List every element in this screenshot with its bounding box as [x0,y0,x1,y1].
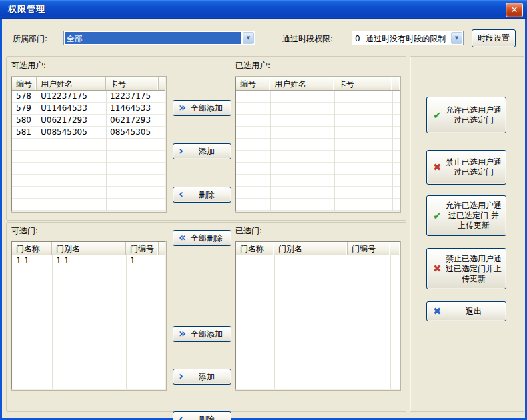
chevron-left-icon: ‹ [179,413,183,420]
exit-button[interactable]: ✖ 退出 [426,301,506,321]
available-users-table[interactable]: 编号用户姓名卡号578U1223717512237175579U11464533… [11,77,166,212]
table-cell: U08545305 [37,127,106,139]
users-remove-all-button[interactable]: « 全部删除 [173,230,231,246]
department-selected-value: 全部 [65,32,241,44]
table-cell: 1 [126,255,159,267]
column-gridline [348,255,348,389]
column-header[interactable]: 门编号 [348,242,390,255]
selected-users-table[interactable]: 编号用户姓名卡号 [235,77,400,212]
department-label: 所属部门: [13,33,47,45]
column-header[interactable]: 门编号 [126,242,159,255]
cross-icon: ✖ [433,264,442,274]
column-header[interactable]: 卡号 [106,77,159,90]
chevron-right-icon: › [179,371,183,382]
column-header[interactable]: 门别名 [52,242,126,255]
close-icon: ✕ [511,5,518,15]
column-gridline [126,255,127,389]
deny-users-label: 禁止已选用户通过已选定门 [446,157,502,177]
column-header[interactable]: 编号 [12,77,37,90]
table-row[interactable]: 579U1146453311464533 [12,103,165,115]
department-dropdown[interactable]: 全部 ▼ [63,31,255,45]
permission-manager-window: 权限管理 ✕ 所属部门: 全部 ▼ 通过时段权限: 0--通过时没有时段的限制 … [0,0,527,420]
period-settings-button[interactable]: 时段设置 [472,29,516,47]
chevron-down-icon: ▼ [247,35,250,41]
deny-users-through-doors-button[interactable]: ✖ 禁止已选用户通过已选定门 [426,150,506,185]
table-row[interactable]: 580U0621729306217293 [12,115,165,127]
column-header[interactable]: 卡号 [334,77,392,90]
title-bar: 权限管理 ✕ [0,0,527,19]
double-chevron-right-icon: » [179,102,186,113]
column-header-filler [159,242,165,255]
column-header-filler [390,242,400,255]
table-cell: 581 [12,127,37,139]
column-gridline [390,255,391,389]
column-header[interactable]: 编号 [236,77,270,90]
chevron-down-icon: ▼ [455,35,458,41]
allow-users-label: 允许已选用户通过已选定门 [446,105,502,125]
cross-icon: ✖ [433,163,442,173]
allow-users-upload-button[interactable]: ✔ 允许已选用户通过已选定门 并上传更新 [426,195,506,236]
table-body[interactable]: 1-11-11 [12,255,165,389]
period-settings-label: 时段设置 [478,33,510,44]
allow-users-upload-label: 允许已选用户通过已选定门 并上传更新 [446,201,502,231]
table-row[interactable]: 1-11-11 [12,255,165,267]
exit-label: 退出 [466,307,482,317]
column-header[interactable]: 门别名 [274,242,348,255]
table-cell: 11464533 [106,103,159,115]
table-row[interactable]: 581U0854530508545305 [12,127,165,139]
selected-doors-table[interactable]: 门名称门别名门编号 [235,241,400,390]
table-header-row: 编号用户姓名卡号 [12,77,165,91]
column-header-filler [159,77,165,90]
table-body[interactable] [236,255,400,389]
column-gridline [392,91,393,211]
column-header-filler [392,77,400,90]
table-body[interactable] [236,91,400,211]
double-chevron-left-icon: « [179,232,186,243]
column-header[interactable]: 用户姓名 [37,77,106,90]
table-cell: 1-1 [12,255,52,267]
selected-users-label: 已选用户: [235,60,270,71]
allow-users-through-doors-button[interactable]: ✔ 允许已选用户通过已选定门 [426,97,506,133]
column-header[interactable]: 用户姓名 [270,77,334,90]
column-gridline [159,255,159,389]
check-icon: ✔ [433,211,442,221]
deny-users-upload-label: 禁止已选用户通过已选定门并上传更新 [446,254,502,284]
deny-users-upload-button[interactable]: ✖ 禁止已选用户通过已选定门并上传更新 [426,248,506,289]
cross-icon: ✖ [433,307,442,317]
double-chevron-right-icon: » [179,328,186,339]
department-dropdown-button[interactable]: ▼ [243,32,254,44]
available-users-label: 可选用户: [11,60,46,71]
table-row[interactable]: 578U1223717512237175 [12,91,165,103]
table-cell: U11464533 [37,103,106,115]
table-body[interactable]: 578U1223717512237175579U1146453311464533… [12,91,165,211]
available-doors-label: 可选门: [11,225,38,237]
column-gridline [334,91,335,211]
column-header[interactable]: 门名称 [12,242,52,255]
table-cell: 580 [12,115,37,127]
period-dropdown[interactable]: 0--通过时没有时段的限制 ▼ [352,31,464,45]
close-button[interactable]: ✕ [506,3,523,17]
table-cell: U12237175 [37,91,106,103]
check-icon: ✔ [433,110,442,120]
column-header[interactable]: 门名称 [236,242,274,255]
column-gridline [274,255,275,389]
table-header-row: 门名称门别名门编号 [236,242,400,255]
period-selected-value: 0--通过时没有时段的限制 [353,32,450,44]
doors-add-all-button[interactable]: » 全部添加 [173,326,231,342]
doors-add-button[interactable]: › 添加 [173,369,231,385]
users-add-button[interactable]: › 添加 [173,143,231,159]
window-title: 权限管理 [8,3,45,15]
table-cell: 12237175 [106,91,159,103]
table-cell: 08545305 [106,127,159,139]
users-add-all-button[interactable]: » 全部添加 [173,100,231,116]
chevron-right-icon: › [179,145,183,157]
doors-remove-button[interactable]: ‹ 删除 [173,411,231,420]
selected-doors-label: 已选门: [235,225,262,237]
table-header-row: 编号用户姓名卡号 [236,77,400,91]
available-doors-table[interactable]: 门名称门别名门编号1-11-11 [11,241,166,390]
period-dropdown-button[interactable]: ▼ [451,32,462,44]
table-cell: 06217293 [106,115,159,127]
table-cell: 578 [12,91,37,103]
table-cell: 1-1 [52,255,126,267]
users-remove-button[interactable]: ‹ 删除 [173,187,231,203]
